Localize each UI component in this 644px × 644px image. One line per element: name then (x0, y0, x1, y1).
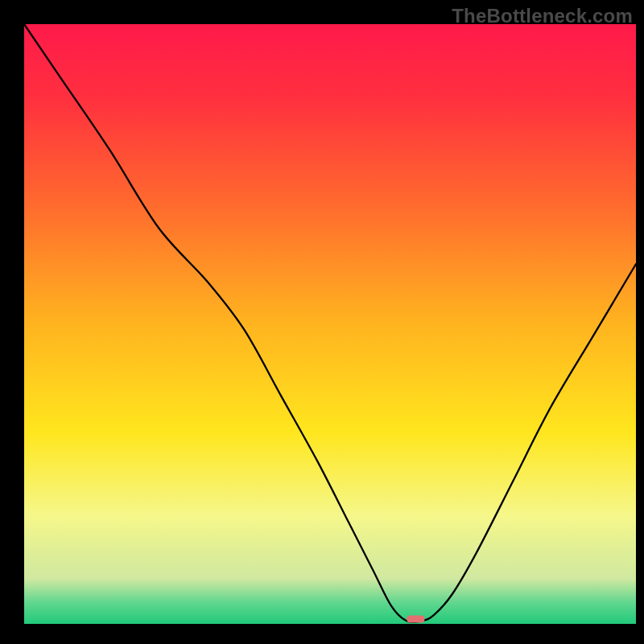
frame-bottom (0, 624, 644, 644)
bottleneck-chart: TheBottleneck.com (0, 0, 644, 644)
optimal-marker (407, 616, 424, 623)
watermark-text: TheBottleneck.com (452, 5, 633, 27)
frame-left (0, 0, 24, 644)
plot-background (24, 24, 636, 624)
chart-svg (0, 0, 644, 644)
frame-right (636, 0, 644, 644)
